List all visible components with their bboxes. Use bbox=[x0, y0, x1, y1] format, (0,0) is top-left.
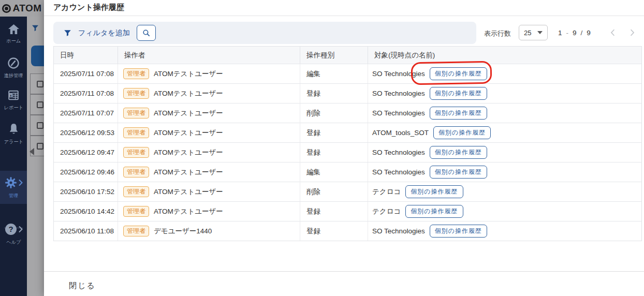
cell-target: テクロコ 個別の操作履歴 bbox=[368, 202, 641, 221]
svg-text:?: ? bbox=[8, 225, 13, 233]
chevron-right-icon bbox=[627, 28, 637, 37]
home-icon bbox=[8, 24, 20, 35]
individual-history-button[interactable]: 個別の操作履歴 bbox=[405, 205, 463, 218]
role-badge: 管理者 bbox=[123, 127, 149, 138]
search-button[interactable] bbox=[137, 25, 156, 41]
divider bbox=[44, 16, 644, 16]
sidebar-item-label: ホーム bbox=[6, 38, 21, 45]
backdrop-primary-button bbox=[31, 46, 44, 66]
cell-datetime: 2025/06/12 09:47 bbox=[54, 143, 118, 162]
role-badge: 管理者 bbox=[123, 186, 149, 197]
caret-down-icon bbox=[537, 31, 543, 34]
app-screen: ATOM ホーム 進捗管理 bbox=[0, 0, 644, 296]
role-badge: 管理者 bbox=[123, 68, 149, 79]
table-row: 2025/06/10 11:08 管理者 デモユーザー1440 登録 SO Te… bbox=[54, 221, 641, 241]
next-page-button[interactable] bbox=[627, 28, 637, 39]
sidebar-item-home[interactable]: ホーム bbox=[0, 24, 27, 45]
rows-per-page-select[interactable]: 25 bbox=[519, 25, 548, 40]
cell-operator: 管理者 ATOMテストユーザー bbox=[118, 162, 300, 182]
cell-datetime: 2025/06/12 09:53 bbox=[54, 123, 118, 142]
cell-operator: 管理者 ATOMテストユーザー bbox=[118, 202, 300, 221]
table-row: 2025/06/10 14:42 管理者 ATOMテストユーザー 登録 テクロコ… bbox=[54, 201, 641, 221]
cell-datetime: 2025/06/10 17:52 bbox=[54, 182, 118, 201]
target-name: テクロコ bbox=[372, 187, 401, 197]
sidebar-item-report[interactable]: x レポート bbox=[0, 89, 27, 111]
filter-icon bbox=[64, 29, 71, 37]
table-body: 2025/07/11 07:08 管理者 ATOMテストユーザー 編集 SO T… bbox=[54, 64, 641, 241]
close-button[interactable]: 閉じる bbox=[69, 281, 96, 291]
range-end: 9 bbox=[573, 29, 577, 37]
table-row: 2025/07/11 07:07 管理者 ATOMテストユーザー 削除 SO T… bbox=[54, 103, 641, 123]
chevron-left-icon bbox=[608, 28, 618, 37]
pagination-range: 1 - 9 / 9 bbox=[558, 29, 591, 37]
previous-page-button[interactable] bbox=[608, 28, 618, 39]
modal-title: アカウント操作履歴 bbox=[53, 0, 124, 16]
sidebar-item-label: ヘルプ bbox=[6, 239, 21, 246]
cell-datetime: 2025/07/11 07:07 bbox=[54, 103, 118, 123]
rows-per-page-label: 表示行数 bbox=[484, 29, 511, 38]
cell-operation: 編集 bbox=[300, 64, 368, 83]
cell-operation: 登録 bbox=[300, 84, 368, 103]
column-header-operator: 操作者 bbox=[118, 47, 300, 64]
operator-name: ATOMテストユーザー bbox=[154, 207, 223, 216]
cell-target: SO Technologies 個別の操作履歴 bbox=[368, 103, 641, 123]
gear-icon bbox=[4, 176, 18, 189]
target-name: ATOM_tools_SOT bbox=[372, 129, 429, 137]
table-row: 2025/06/12 09:47 管理者 ATOMテストユーザー 登録 SO T… bbox=[54, 142, 641, 162]
sidebar-item-progress[interactable]: 進捗管理 bbox=[0, 57, 27, 79]
account-history-modal: アカウント操作履歴 フィルタを追加 表示行数 25 1 bbox=[44, 0, 644, 296]
chevron-right-icon bbox=[18, 226, 23, 233]
target-name: SO Technologies bbox=[372, 70, 425, 78]
target-name: SO Technologies bbox=[372, 149, 425, 156]
individual-history-button[interactable]: 個別の操作履歴 bbox=[430, 107, 487, 120]
table-row: 2025/07/11 07:08 管理者 ATOMテストユーザー 登録 SO T… bbox=[54, 83, 641, 103]
backdrop-prev-arrow-icon bbox=[30, 148, 34, 155]
individual-history-button[interactable]: 個別の操作履歴 bbox=[405, 185, 463, 198]
operator-name: ATOMテストユーザー bbox=[154, 148, 223, 157]
checkbox-icon bbox=[37, 101, 43, 108]
sidebar-item-alert[interactable]: アラート bbox=[0, 123, 27, 145]
app-logo[interactable]: ATOM bbox=[0, 0, 44, 17]
individual-history-button[interactable]: 個別の操作履歴 bbox=[430, 87, 487, 100]
chevron-right-icon bbox=[18, 179, 23, 186]
sidebar-item-label: 管理 bbox=[9, 193, 18, 199]
sidebar-item-label: 進捗管理 bbox=[4, 72, 23, 79]
cell-operation: 登録 bbox=[300, 143, 368, 162]
cell-operator: 管理者 ATOMテストユーザー bbox=[118, 143, 300, 162]
cell-operator: 管理者 ATOMテストユーザー bbox=[118, 84, 300, 103]
individual-history-button[interactable]: 個別の操作履歴 bbox=[433, 126, 491, 139]
divider bbox=[44, 271, 644, 272]
cell-target: SO Technologies 個別の操作履歴 bbox=[368, 221, 641, 241]
cell-operation: 編集 bbox=[300, 162, 368, 182]
progress-icon bbox=[7, 57, 20, 69]
role-badge: 管理者 bbox=[123, 226, 149, 236]
operator-name: ATOMテストユーザー bbox=[154, 128, 223, 138]
range-dash: - bbox=[566, 29, 569, 37]
sidebar-item-manage[interactable]: 管理 bbox=[0, 171, 27, 204]
operator-name: ATOMテストユーザー bbox=[154, 109, 223, 118]
individual-history-button[interactable]: 個別の操作履歴 bbox=[430, 67, 487, 80]
target-name: SO Technologies bbox=[372, 168, 425, 176]
individual-history-button[interactable]: 個別の操作履歴 bbox=[430, 146, 487, 159]
operator-name: ATOMテストユーザー bbox=[154, 89, 223, 98]
backdrop-list-row bbox=[30, 115, 44, 136]
operator-name: ATOMテストユーザー bbox=[154, 69, 223, 79]
cell-datetime: 2025/06/10 14:42 bbox=[54, 202, 118, 221]
individual-history-button[interactable]: 個別の操作履歴 bbox=[430, 166, 487, 179]
table-row: 2025/06/12 09:46 管理者 ATOMテストユーザー 編集 SO T… bbox=[54, 162, 641, 182]
backdrop-filter-icon bbox=[31, 24, 39, 32]
svg-text:x: x bbox=[10, 94, 12, 97]
range-start: 1 bbox=[558, 29, 562, 37]
cell-operator: 管理者 ATOMテストユーザー bbox=[118, 182, 300, 201]
add-filter-button[interactable]: フィルタを追加 bbox=[64, 28, 130, 38]
atom-logo-icon bbox=[2, 4, 11, 13]
column-header-target: 対象(現時点の名前) bbox=[368, 47, 641, 64]
individual-history-button[interactable]: 個別の操作履歴 bbox=[430, 225, 487, 238]
cell-target: SO Technologies 個別の操作履歴 bbox=[368, 64, 641, 83]
report-icon: x bbox=[7, 89, 20, 101]
range-total: 9 bbox=[587, 29, 591, 37]
cell-target: SO Technologies 個別の操作履歴 bbox=[368, 143, 641, 162]
rows-per-page-value: 25 bbox=[524, 29, 531, 37]
operator-name: ATOMテストユーザー bbox=[154, 187, 223, 197]
sidebar-item-help[interactable]: ? ヘルプ bbox=[0, 223, 27, 246]
